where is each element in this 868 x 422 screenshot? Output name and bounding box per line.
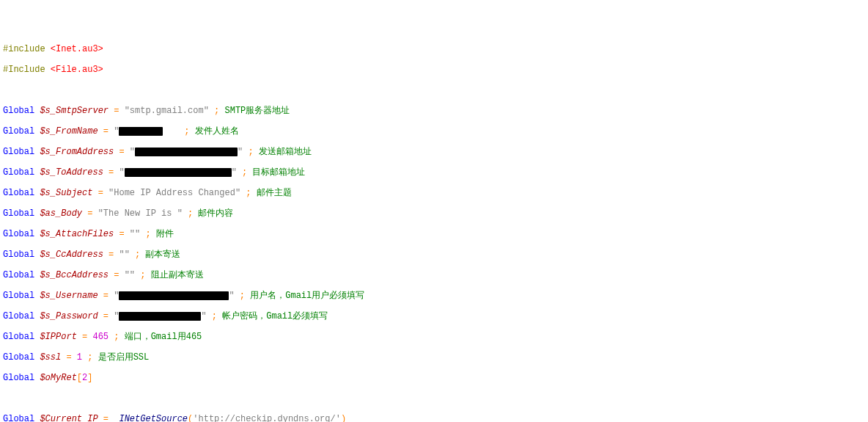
code-line: Global $s_Username = "" ; 用户名，Gmail用户必须填… <box>3 291 865 301</box>
code-line: #Include <File.au3> <box>3 65 865 75</box>
code-line: Global $s_BccAddress = "" ; 阻止副本寄送 <box>3 270 865 280</box>
code-line: Global $oMyRet[2] <box>3 373 865 383</box>
code-line: Global $ssl = 1 ; 是否启用SSL <box>3 352 865 363</box>
code-line: Global $s_AttachFiles = "" ; 附件 <box>3 229 865 239</box>
code-line: Global $s_Subject = "Home IP Address Cha… <box>3 188 865 198</box>
code-line: Global $s_FromAddress = "" ; 发送邮箱地址 <box>3 147 865 157</box>
code-line: Global $s_SmtpServer = "smtp.gmail.com" … <box>3 106 865 116</box>
code-line: Global $as_Body = "The New IP is " ; 邮件内… <box>3 208 865 219</box>
code-line <box>3 393 865 404</box>
code-line: Global $s_ToAddress = "" ; 目标邮箱地址 <box>3 167 865 178</box>
code-line: Global $s_CcAddress = "" ; 副本寄送 <box>3 250 865 260</box>
code-line: Global $s_FromName = " ; 发件人姓名 <box>3 126 865 137</box>
code-line: Global $Current_IP = _INetGetSource('htt… <box>3 414 865 422</box>
code-line: Global $s_Password = "" ; 帐户密码，Gmail必须填写 <box>3 311 865 321</box>
code-line: #include <Inet.au3> <box>3 44 865 54</box>
code-line <box>3 85 865 95</box>
code-line: Global $IPPort = 465 ; 端口，Gmail用465 <box>3 332 865 342</box>
